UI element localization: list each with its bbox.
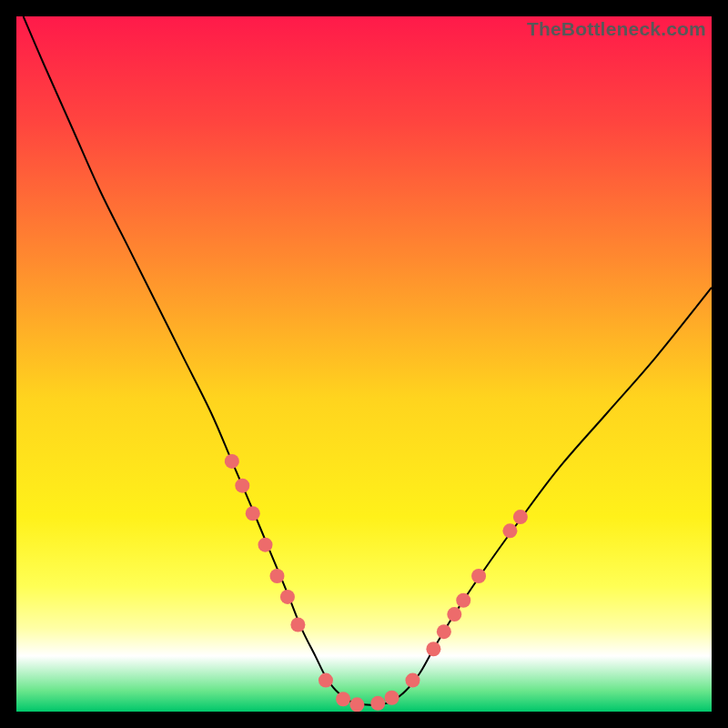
bottleneck-curve: [24, 16, 712, 705]
highlight-bead: [235, 479, 249, 493]
chart-plot: [16, 16, 712, 712]
highlight-bead: [426, 642, 440, 656]
highlight-beads: [225, 454, 528, 712]
highlight-bead: [349, 697, 364, 712]
highlight-bead: [471, 569, 486, 583]
highlight-bead: [270, 569, 285, 583]
highlight-bead: [437, 624, 451, 639]
chart-frame: TheBottleneck.com: [16, 16, 712, 712]
highlight-bead: [456, 593, 470, 608]
highlight-bead: [280, 590, 295, 604]
highlight-bead: [246, 506, 260, 521]
highlight-bead: [385, 691, 399, 705]
highlight-bead: [318, 673, 333, 688]
highlight-bead: [405, 673, 420, 688]
highlight-bead: [513, 510, 528, 524]
highlight-bead: [290, 618, 305, 632]
highlight-bead: [336, 692, 350, 706]
highlight-bead: [502, 523, 517, 538]
highlight-bead: [370, 696, 385, 711]
watermark-text: TheBottleneck.com: [527, 18, 706, 40]
highlight-bead: [225, 454, 239, 469]
highlight-bead: [258, 538, 273, 552]
highlight-bead: [447, 607, 461, 622]
